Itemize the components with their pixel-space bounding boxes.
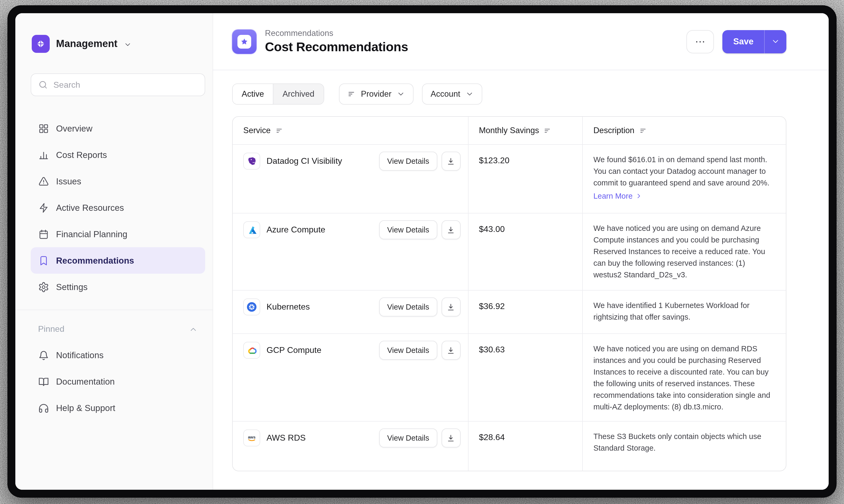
chevron-right-icon: [635, 192, 643, 200]
view-details-button[interactable]: View Details: [379, 151, 437, 170]
tab-archived[interactable]: Archived: [273, 84, 323, 104]
window-frame: Management Overview: [7, 5, 837, 498]
learn-more-label: Learn More: [593, 192, 633, 200]
download-button[interactable]: [441, 429, 460, 448]
sidebar-nav: Overview Cost Reports Issues Active Reso…: [31, 115, 205, 300]
sidebar-item-recommendations[interactable]: Recommendations: [31, 247, 205, 274]
download-icon: [446, 346, 455, 355]
status-segmented-control: Active Archived: [232, 84, 324, 105]
download-icon: [446, 303, 455, 311]
column-header-service[interactable]: Service: [233, 117, 468, 144]
recommendations-page-icon: [232, 29, 257, 54]
workspace-switcher[interactable]: Management: [31, 33, 205, 54]
account-filter-dropdown[interactable]: Account: [422, 84, 483, 105]
sidebar-item-label: Cost Reports: [56, 150, 107, 160]
sidebar-item-active-resources[interactable]: Active Resources: [31, 194, 205, 221]
description-text: These S3 Buckets only contain objects wh…: [593, 431, 775, 454]
chevron-up-icon: [189, 325, 198, 334]
sidebar-divider: [15, 310, 212, 310]
description-text: We have noticed you are using on demand …: [593, 222, 775, 281]
column-header-monthly-savings[interactable]: Monthly Savings: [468, 117, 583, 144]
sidebar-item-label: Recommendations: [56, 255, 134, 266]
provider-filter-label: Provider: [361, 89, 391, 99]
azure-icon: [243, 221, 260, 238]
sidebar: Management Overview: [15, 13, 213, 490]
sort-icon: [639, 127, 647, 134]
sidebar-item-label: Active Resources: [56, 203, 124, 213]
filter-toolbar: Active Archived Provider Account: [213, 84, 829, 105]
more-options-button[interactable]: ⋯: [687, 30, 714, 53]
save-dropdown-button[interactable]: [764, 30, 786, 53]
monthly-savings-value: $28.64: [468, 421, 583, 471]
sidebar-item-label: Help & Support: [56, 403, 115, 413]
sidebar-item-notifications[interactable]: Notifications: [31, 342, 205, 368]
view-details-button[interactable]: View Details: [379, 298, 437, 317]
column-header-label: Description: [593, 126, 634, 135]
search-input-wrapper: [31, 73, 205, 96]
sidebar-item-label: Issues: [56, 176, 81, 186]
monthly-savings-value: $36.92: [468, 291, 583, 334]
sidebar-item-overview[interactable]: Overview: [31, 115, 205, 142]
view-details-button[interactable]: View Details: [379, 429, 437, 448]
sidebar-item-issues[interactable]: Issues: [31, 168, 205, 194]
download-button[interactable]: [441, 220, 460, 239]
calendar-icon: [38, 229, 49, 239]
download-button[interactable]: [441, 298, 460, 317]
learn-more-link[interactable]: Learn More: [593, 192, 642, 200]
grid-icon: [38, 123, 49, 134]
save-button[interactable]: Save: [723, 30, 764, 53]
workspace-name: Management: [56, 38, 117, 50]
recommendations-table: Service Monthly Savings Description: [232, 116, 786, 471]
monthly-savings-value: $43.00: [468, 213, 583, 290]
pinned-section-header[interactable]: Pinned: [31, 319, 205, 340]
table-row: Azure Compute View Details $43.00: [233, 213, 786, 290]
app-logo-icon: [32, 35, 50, 53]
headphones-icon: [38, 402, 49, 413]
datadog-icon: [243, 153, 260, 169]
download-button[interactable]: [441, 341, 460, 360]
sort-icon: [275, 127, 283, 134]
star-icon: [238, 35, 251, 48]
filter-lines-icon: [347, 90, 356, 98]
search-icon: [38, 80, 48, 90]
save-split-button: Save: [723, 30, 786, 53]
column-header-description[interactable]: Description: [583, 117, 786, 144]
gcp-icon: [243, 342, 260, 359]
view-details-button[interactable]: View Details: [379, 341, 437, 360]
chevron-down-icon: [466, 90, 474, 98]
sidebar-item-label: Settings: [56, 282, 87, 292]
table-row: Kubernetes View Details $36.92 We: [233, 290, 786, 334]
sidebar-item-cost-reports[interactable]: Cost Reports: [31, 142, 205, 168]
sidebar-item-settings[interactable]: Settings: [31, 274, 205, 300]
sidebar-item-documentation[interactable]: Documentation: [31, 368, 205, 395]
bookmark-icon: [38, 255, 49, 266]
download-icon: [446, 225, 455, 234]
sort-icon: [544, 127, 552, 134]
service-name: Datadog CI Visibility: [266, 156, 342, 166]
account-filter-label: Account: [431, 89, 460, 99]
search-input[interactable]: [53, 80, 198, 90]
description-text: We found $616.01 in on demand spend last…: [593, 154, 775, 188]
svg-text:aws: aws: [248, 435, 256, 439]
sidebar-item-help-support[interactable]: Help & Support: [31, 395, 205, 421]
pinned-nav: Notifications Documentation Help & Suppo…: [31, 342, 205, 421]
description-text: We have noticed you are using on demand …: [593, 343, 775, 413]
main-content: Recommendations Cost Recommendations ⋯ S…: [213, 13, 829, 490]
column-header-label: Monthly Savings: [479, 126, 539, 135]
download-button[interactable]: [441, 151, 460, 170]
sidebar-item-label: Notifications: [56, 350, 104, 360]
gear-icon: [38, 281, 49, 292]
monthly-savings-value: $123.20: [468, 145, 583, 213]
view-details-button[interactable]: View Details: [379, 220, 437, 239]
page-title: Cost Recommendations: [265, 40, 408, 54]
sidebar-item-financial-planning[interactable]: Financial Planning: [31, 221, 205, 247]
provider-filter-dropdown[interactable]: Provider: [339, 84, 414, 105]
book-icon: [38, 376, 49, 387]
page-header-text: Recommendations Cost Recommendations: [265, 29, 408, 54]
bell-icon: [38, 349, 49, 361]
page-header: Recommendations Cost Recommendations ⋯ S…: [213, 13, 829, 70]
table-header-row: Service Monthly Savings Description: [233, 117, 786, 144]
download-icon: [446, 433, 455, 443]
monthly-savings-value: $30.63: [468, 334, 583, 421]
tab-active[interactable]: Active: [233, 84, 273, 104]
